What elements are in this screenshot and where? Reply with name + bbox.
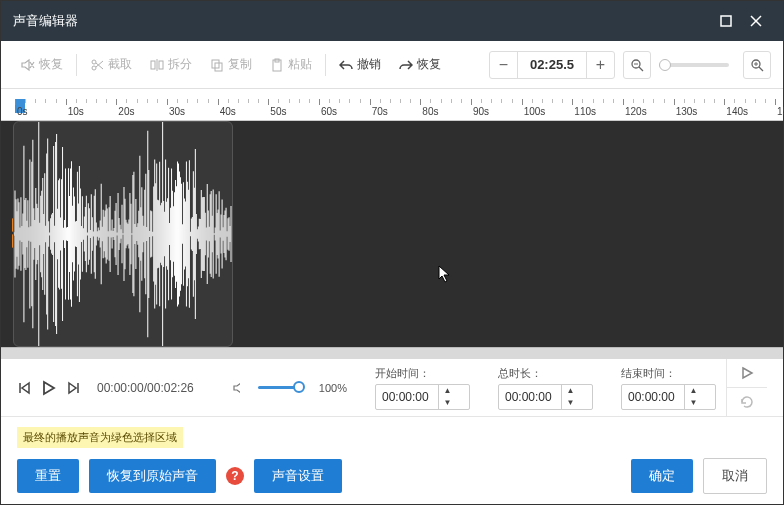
svg-rect-7 bbox=[151, 61, 155, 69]
start-time-up[interactable]: ▲ bbox=[439, 385, 456, 397]
side-buttons bbox=[726, 359, 767, 416]
playback-timecode: 00:00:00/00:02:26 bbox=[97, 381, 194, 395]
svg-rect-0 bbox=[721, 16, 731, 26]
close-button[interactable] bbox=[741, 6, 771, 36]
svg-point-3 bbox=[92, 60, 96, 64]
zoom-out-button[interactable]: − bbox=[490, 52, 518, 78]
copy-button: 复制 bbox=[202, 50, 260, 79]
speaker-muted-icon bbox=[21, 58, 35, 72]
maximize-button[interactable] bbox=[711, 6, 741, 36]
restore-button: 恢复 bbox=[13, 50, 71, 79]
ok-button[interactable]: 确定 bbox=[631, 459, 693, 493]
split-button: 拆分 bbox=[142, 50, 200, 79]
magnify-plus-icon bbox=[750, 58, 764, 72]
svg-point-4 bbox=[92, 66, 96, 70]
duration-up[interactable]: ▲ bbox=[562, 385, 579, 397]
start-time-spinner[interactable]: ▲▼ bbox=[375, 384, 470, 410]
audio-clip[interactable] bbox=[13, 121, 233, 347]
end-time-input[interactable] bbox=[622, 390, 684, 404]
scissors-icon bbox=[90, 58, 104, 72]
undo-icon bbox=[339, 58, 353, 72]
zoom-in-button[interactable]: + bbox=[586, 52, 614, 78]
volume-slider[interactable] bbox=[258, 386, 299, 389]
end-time-group: 结束时间： ▲▼ bbox=[621, 366, 716, 410]
magnify-in-button[interactable] bbox=[743, 51, 771, 79]
preview-play-button[interactable] bbox=[727, 359, 767, 388]
magnify-minus-icon bbox=[630, 58, 644, 72]
restore-original-button[interactable]: 恢复到原始声音 bbox=[89, 459, 216, 493]
duration-down[interactable]: ▼ bbox=[562, 397, 579, 409]
svg-rect-8 bbox=[159, 61, 163, 69]
paste-button: 粘贴 bbox=[262, 50, 320, 79]
end-time-down[interactable]: ▼ bbox=[685, 397, 702, 409]
playback-bar: 00:00:00/00:02:26 100% 开始时间： ▲▼ 总时长： ▲▼ … bbox=[1, 359, 783, 417]
end-time-up[interactable]: ▲ bbox=[685, 385, 702, 397]
start-time-input[interactable] bbox=[376, 390, 438, 404]
footer: 重置 恢复到原始声音 ? 声音设置 确定 取消 bbox=[1, 448, 783, 504]
toolbar: 恢复 截取 拆分 复制 粘贴 撤销 恢复 − 02 bbox=[1, 41, 783, 89]
duration-spinner[interactable]: ▲▼ bbox=[498, 384, 593, 410]
cancel-button[interactable]: 取消 bbox=[703, 458, 767, 494]
horizontal-scrollbar[interactable] bbox=[1, 347, 783, 359]
duration-input[interactable] bbox=[499, 390, 561, 404]
zoom-value: 02:25.5 bbox=[518, 57, 586, 72]
sound-settings-button[interactable]: 声音设置 bbox=[254, 459, 342, 493]
svg-line-18 bbox=[759, 67, 763, 71]
reset-button[interactable]: 重置 bbox=[17, 459, 79, 493]
magnify-out-button[interactable] bbox=[623, 51, 651, 79]
start-time-group: 开始时间： ▲▼ bbox=[375, 366, 470, 410]
volume-percent: 100% bbox=[319, 382, 347, 394]
paste-icon bbox=[270, 58, 284, 72]
waveform-graphic bbox=[14, 122, 232, 346]
step-back-button[interactable] bbox=[17, 377, 31, 399]
svg-line-15 bbox=[639, 67, 643, 71]
magnify-slider[interactable] bbox=[659, 63, 729, 67]
time-ruler[interactable]: 0s10s20s30s40s50s60s70s80s90s100s110s120… bbox=[1, 99, 783, 121]
titlebar: 声音编辑器 bbox=[1, 1, 783, 41]
split-icon bbox=[150, 58, 164, 72]
duration-group: 总时长： ▲▼ bbox=[498, 366, 593, 410]
cut-button: 截取 bbox=[82, 50, 140, 79]
play-button[interactable] bbox=[41, 377, 57, 399]
hint-text: 最终的播放声音为绿色选择区域 bbox=[17, 427, 183, 448]
step-forward-button[interactable] bbox=[67, 377, 81, 399]
help-icon[interactable]: ? bbox=[226, 467, 244, 485]
sound-editor-window: 声音编辑器 恢复 截取 拆分 复制 粘贴 bbox=[0, 0, 784, 505]
copy-icon bbox=[210, 58, 224, 72]
waveform-area[interactable] bbox=[1, 121, 783, 347]
time-zoom-group: − 02:25.5 + bbox=[489, 51, 615, 79]
loop-button[interactable] bbox=[727, 388, 767, 416]
volume-icon bbox=[232, 380, 239, 396]
end-time-spinner[interactable]: ▲▼ bbox=[621, 384, 716, 410]
redo-icon bbox=[399, 58, 413, 72]
window-title: 声音编辑器 bbox=[13, 12, 78, 30]
undo-button[interactable]: 撤销 bbox=[331, 50, 389, 79]
redo-button[interactable]: 恢复 bbox=[391, 50, 449, 79]
start-time-down[interactable]: ▼ bbox=[439, 397, 456, 409]
